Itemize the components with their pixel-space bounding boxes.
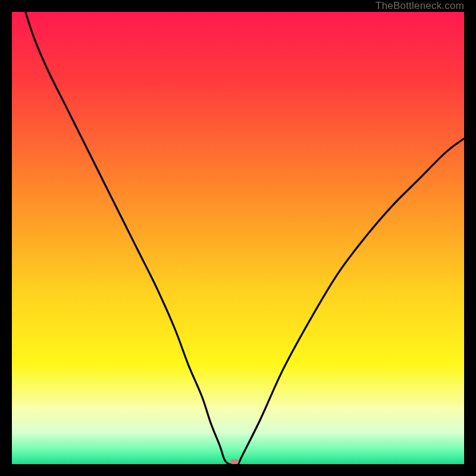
bottleneck-curve-svg (12, 12, 464, 464)
bottleneck-curve-path (26, 12, 464, 465)
optimal-point-marker (230, 459, 239, 464)
chart-frame: TheBottleneck.com (0, 0, 476, 476)
attribution-label: TheBottleneck.com (375, 0, 464, 12)
